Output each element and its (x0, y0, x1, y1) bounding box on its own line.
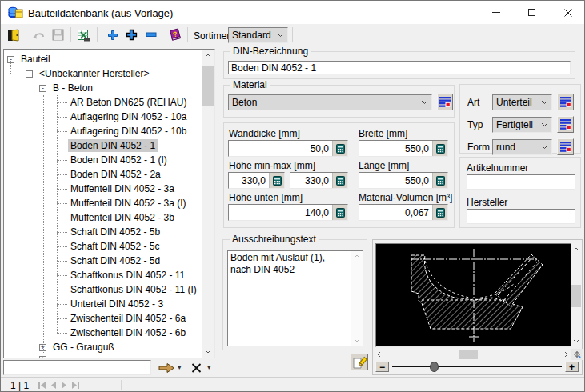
scroll-up-button[interactable] (571, 243, 582, 255)
tree-item[interactable]: Muffenteil DIN 4052 - 3a (I) (57, 196, 189, 210)
clear-filter-button[interactable] (188, 361, 204, 374)
preview-vscrollbar[interactable] (571, 243, 582, 347)
cad-preview-canvas[interactable] (375, 243, 571, 347)
hoehe-max-field[interactable]: 330,0 (290, 172, 348, 189)
art-list-button[interactable] (557, 94, 574, 110)
tree-item[interactable]: -B - Beton (39, 81, 95, 95)
tree-item[interactable]: Boden DIN 4052 - 1 (57, 138, 158, 153)
nav-last-button[interactable] (71, 381, 80, 390)
scroll-down-button[interactable] (571, 335, 582, 347)
help-button[interactable]: ? (166, 26, 184, 44)
zoom-slider-track[interactable] (392, 366, 562, 367)
hersteller-input[interactable] (467, 209, 575, 224)
undo-button[interactable] (30, 26, 48, 44)
din-bezeichnung-input[interactable] (228, 61, 571, 74)
calculator-button[interactable] (432, 173, 447, 188)
close-button[interactable] (550, 1, 585, 24)
zoom-out-button[interactable]: − (375, 362, 389, 372)
tree-item[interactable]: Zwischenteil DIN 4052 - 6b (57, 326, 188, 340)
nav-next-button[interactable] (60, 381, 69, 390)
calculator-icon (336, 176, 345, 186)
scroll-left-button[interactable] (377, 351, 381, 358)
minimize-button[interactable] (478, 1, 514, 24)
calculator-button[interactable] (432, 141, 447, 156)
art-combobox[interactable]: Unterteil (492, 94, 552, 110)
scroll-right-button[interactable] (564, 351, 568, 358)
remove-button[interactable] (142, 26, 160, 44)
material-volumen-field[interactable]: 0,067 (359, 204, 448, 221)
add-button[interactable] (103, 26, 122, 44)
tree-item[interactable]: Schaft DIN 4052 - 5c (57, 239, 162, 254)
tree-item[interactable]: -<Unbekannter Hersteller> (26, 66, 151, 81)
form-list-button[interactable] (557, 138, 574, 155)
scroll-down-button[interactable] (202, 346, 214, 358)
export-table-button[interactable] (74, 26, 93, 44)
search-go-button[interactable] (156, 361, 177, 374)
clear-x-icon (191, 363, 202, 373)
calculator-button[interactable] (332, 141, 347, 156)
tree-item[interactable]: + (39, 352, 55, 358)
tree-item[interactable]: -Bauteil (7, 52, 53, 66)
tree-item[interactable]: Unterteil DIN 4052 - 3 (57, 297, 166, 311)
wanddicke-field[interactable]: 50,0 (228, 140, 348, 157)
maximize-button[interactable] (514, 1, 550, 24)
tree-item[interactable]: Auflagering DIN 4052 - 10a (57, 110, 189, 124)
text-scrollbar[interactable] (351, 251, 363, 346)
tree-item[interactable]: Auflagering DIN 4052 - 10b (57, 124, 189, 138)
search-options-caret[interactable]: ▾ (178, 363, 182, 371)
sortiment-combobox[interactable]: Standard (228, 27, 288, 43)
tree-scrollbar[interactable] (202, 50, 214, 358)
form-combobox[interactable]: rund (492, 139, 552, 155)
calculator-button[interactable] (332, 173, 347, 188)
nav-first-button[interactable] (38, 381, 46, 390)
material-list-button[interactable] (437, 94, 453, 110)
article-group: Artikelnummer Hersteller (459, 157, 581, 228)
calculator-button[interactable] (432, 205, 447, 220)
edit-text-button[interactable] (351, 354, 368, 370)
tree-item[interactable]: Muffenteil DIN 4052 - 3b (57, 210, 177, 225)
typ-combobox[interactable]: Fertigteil (492, 117, 552, 133)
save-button[interactable] (49, 26, 67, 44)
tree-scrollbar-thumb[interactable] (202, 66, 214, 106)
tree-item[interactable]: Schaftkonus DIN 4052 - 11 (I) (57, 282, 199, 297)
tree-item[interactable]: AR Beton DN625 (REHAU) (57, 95, 189, 110)
scroll-up-button[interactable] (202, 50, 214, 62)
tree-item[interactable]: Schaftkonus DIN 4052 - 11 (57, 268, 187, 282)
fill-view-button[interactable] (571, 349, 583, 360)
ausschreibungstext-area[interactable]: Boden mit Auslauf (1), nach DIN 4052 (227, 250, 363, 346)
typ-list-button[interactable] (557, 116, 574, 133)
hoehe-min-field[interactable]: 330,0 (228, 172, 285, 189)
breite-field[interactable]: 550,0 (359, 140, 448, 157)
undo-icon (33, 30, 46, 41)
hoehe-unten-field[interactable]: 140,0 (228, 204, 348, 221)
calculator-button[interactable] (269, 173, 284, 188)
search-input[interactable] (3, 360, 151, 375)
tree-item[interactable]: Schaft DIN 4052 - 5b (57, 225, 162, 239)
list-select-icon (560, 119, 571, 130)
artikelnummer-input[interactable] (467, 174, 575, 190)
scroll-up-button[interactable] (351, 251, 363, 262)
laenge-field[interactable]: 550,0 (359, 172, 448, 189)
window-title: Bauteildatenbank (aus Vorlage) (28, 7, 173, 19)
nav-previous-button[interactable] (49, 381, 58, 390)
expand-icon[interactable]: + (39, 356, 46, 359)
scroll-down-button[interactable] (351, 335, 363, 346)
tree-item[interactable]: Boden DIN 4052 - 1 (I) (57, 153, 170, 167)
chevron-down-icon (541, 122, 548, 127)
preview-hscrollbar[interactable] (375, 349, 570, 360)
tree-item[interactable]: Boden DIN 4052 - 2a (57, 167, 163, 182)
chevron-up-icon (354, 254, 360, 258)
preview-vscrollbar-thumb[interactable] (571, 285, 581, 307)
add-variant-button[interactable] (122, 26, 141, 44)
tree-item[interactable]: Schaft DIN 4052 - 5d (57, 254, 162, 268)
calculator-button[interactable] (332, 205, 347, 220)
collapse-icon[interactable]: - (39, 85, 46, 92)
preview-hscrollbar-thumb[interactable] (459, 350, 478, 359)
tree-item[interactable]: Zwischenteil DIN 4052 - 6a (57, 311, 188, 326)
clear-options-caret[interactable]: ▾ (207, 363, 211, 371)
zoom-slider-knob[interactable] (430, 362, 439, 372)
exit-button[interactable] (4, 26, 22, 44)
zoom-in-button[interactable]: + (565, 362, 579, 372)
tree-item[interactable]: Muffenteil DIN 4052 - 3a (57, 182, 177, 196)
material-combobox[interactable]: Beton (228, 94, 432, 110)
